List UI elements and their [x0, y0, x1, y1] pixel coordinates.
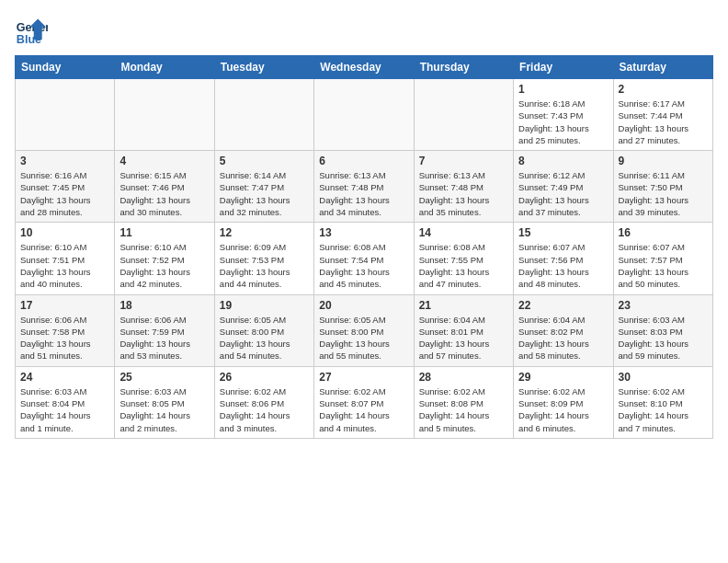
day-number: 12: [220, 226, 309, 239]
calendar-cell: 28Sunrise: 6:02 AM Sunset: 8:08 PM Dayli…: [414, 366, 513, 438]
calendar-cell: 3Sunrise: 6:16 AM Sunset: 7:45 PM Daylig…: [16, 151, 115, 223]
cell-info: Sunrise: 6:13 AM Sunset: 7:48 PM Dayligh…: [319, 169, 408, 218]
calendar-cell: [414, 79, 513, 151]
day-number: 24: [20, 371, 109, 384]
cell-info: Sunrise: 6:13 AM Sunset: 7:48 PM Dayligh…: [419, 169, 508, 218]
day-number: 9: [619, 155, 708, 167]
weekday-header: Friday: [514, 56, 613, 79]
calendar-cell: 20Sunrise: 6:05 AM Sunset: 8:00 PM Dayli…: [314, 294, 414, 366]
cell-info: Sunrise: 6:06 AM Sunset: 7:59 PM Dayligh…: [119, 314, 209, 362]
calendar-cell: 9Sunrise: 6:11 AM Sunset: 7:50 PM Daylig…: [613, 151, 712, 223]
cell-info: Sunrise: 6:03 AM Sunset: 8:05 PM Dayligh…: [119, 385, 209, 434]
calendar-cell: 24Sunrise: 6:03 AM Sunset: 8:04 PM Dayli…: [16, 366, 115, 438]
calendar-cell: 15Sunrise: 6:07 AM Sunset: 7:56 PM Dayli…: [514, 223, 613, 294]
day-number: 4: [119, 155, 209, 167]
day-number: 15: [518, 226, 608, 239]
cell-info: Sunrise: 6:02 AM Sunset: 8:08 PM Dayligh…: [419, 385, 508, 434]
day-number: 2: [619, 83, 708, 96]
day-number: 11: [119, 226, 209, 239]
calendar-cell: 22Sunrise: 6:04 AM Sunset: 8:02 PM Dayli…: [514, 294, 613, 366]
page-header: General Blue: [15, 15, 713, 48]
calendar-cell: [314, 79, 414, 151]
calendar-table: SundayMondayTuesdayWednesdayThursdayFrid…: [15, 55, 713, 439]
cell-info: Sunrise: 6:14 AM Sunset: 7:47 PM Dayligh…: [220, 169, 309, 218]
calendar-cell: 5Sunrise: 6:14 AM Sunset: 7:47 PM Daylig…: [214, 151, 313, 223]
calendar-cell: 8Sunrise: 6:12 AM Sunset: 7:49 PM Daylig…: [514, 151, 613, 223]
cell-info: Sunrise: 6:11 AM Sunset: 7:50 PM Dayligh…: [619, 169, 708, 218]
day-number: 10: [20, 226, 109, 239]
week-row: 3Sunrise: 6:16 AM Sunset: 7:45 PM Daylig…: [16, 151, 713, 223]
cell-info: Sunrise: 6:10 AM Sunset: 7:52 PM Dayligh…: [119, 241, 209, 290]
calendar-cell: 2Sunrise: 6:17 AM Sunset: 7:44 PM Daylig…: [613, 79, 712, 151]
week-row: 24Sunrise: 6:03 AM Sunset: 8:04 PM Dayli…: [16, 366, 713, 438]
calendar-cell: 30Sunrise: 6:02 AM Sunset: 8:10 PM Dayli…: [613, 366, 712, 438]
calendar-cell: 21Sunrise: 6:04 AM Sunset: 8:01 PM Dayli…: [414, 294, 513, 366]
day-number: 22: [518, 299, 608, 312]
calendar-header-row: SundayMondayTuesdayWednesdayThursdayFrid…: [16, 56, 713, 79]
day-number: 20: [319, 299, 408, 312]
calendar-cell: [214, 79, 313, 151]
cell-info: Sunrise: 6:06 AM Sunset: 7:58 PM Dayligh…: [20, 314, 109, 362]
day-number: 30: [619, 371, 708, 384]
cell-info: Sunrise: 6:08 AM Sunset: 7:55 PM Dayligh…: [419, 241, 508, 290]
calendar-cell: 6Sunrise: 6:13 AM Sunset: 7:48 PM Daylig…: [314, 151, 414, 223]
cell-info: Sunrise: 6:09 AM Sunset: 7:53 PM Dayligh…: [220, 241, 309, 290]
day-number: 7: [419, 155, 508, 167]
day-number: 25: [119, 371, 209, 384]
logo-icon: General Blue: [15, 15, 48, 48]
calendar-cell: 7Sunrise: 6:13 AM Sunset: 7:48 PM Daylig…: [414, 151, 513, 223]
day-number: 26: [220, 371, 309, 384]
weekday-header: Saturday: [613, 56, 712, 79]
calendar-cell: 23Sunrise: 6:03 AM Sunset: 8:03 PM Dayli…: [613, 294, 712, 366]
calendar-cell: 10Sunrise: 6:10 AM Sunset: 7:51 PM Dayli…: [16, 223, 115, 294]
cell-info: Sunrise: 6:02 AM Sunset: 8:07 PM Dayligh…: [319, 385, 408, 434]
cell-info: Sunrise: 6:12 AM Sunset: 7:49 PM Dayligh…: [518, 169, 608, 218]
calendar-cell: 12Sunrise: 6:09 AM Sunset: 7:53 PM Dayli…: [214, 223, 313, 294]
calendar-cell: 17Sunrise: 6:06 AM Sunset: 7:58 PM Dayli…: [16, 294, 115, 366]
day-number: 29: [518, 371, 608, 384]
weekday-header: Thursday: [414, 56, 513, 79]
weekday-header: Monday: [115, 56, 214, 79]
calendar-cell: 18Sunrise: 6:06 AM Sunset: 7:59 PM Dayli…: [115, 294, 214, 366]
cell-info: Sunrise: 6:02 AM Sunset: 8:10 PM Dayligh…: [619, 385, 708, 434]
calendar-cell: 14Sunrise: 6:08 AM Sunset: 7:55 PM Dayli…: [414, 223, 513, 294]
cell-info: Sunrise: 6:04 AM Sunset: 8:01 PM Dayligh…: [419, 314, 508, 362]
day-number: 18: [119, 299, 209, 312]
week-row: 10Sunrise: 6:10 AM Sunset: 7:51 PM Dayli…: [16, 223, 713, 294]
day-number: 8: [518, 155, 608, 167]
cell-info: Sunrise: 6:08 AM Sunset: 7:54 PM Dayligh…: [319, 241, 408, 290]
weekday-header: Tuesday: [214, 56, 313, 79]
week-row: 17Sunrise: 6:06 AM Sunset: 7:58 PM Dayli…: [16, 294, 713, 366]
day-number: 19: [220, 299, 309, 312]
calendar-cell: 26Sunrise: 6:02 AM Sunset: 8:06 PM Dayli…: [214, 366, 313, 438]
cell-info: Sunrise: 6:04 AM Sunset: 8:02 PM Dayligh…: [518, 314, 608, 362]
calendar-cell: 4Sunrise: 6:15 AM Sunset: 7:46 PM Daylig…: [115, 151, 214, 223]
calendar-cell: 11Sunrise: 6:10 AM Sunset: 7:52 PM Dayli…: [115, 223, 214, 294]
cell-info: Sunrise: 6:03 AM Sunset: 8:04 PM Dayligh…: [20, 385, 109, 434]
day-number: 28: [419, 371, 508, 384]
day-number: 14: [419, 226, 508, 239]
day-number: 13: [319, 226, 408, 239]
calendar-cell: 1Sunrise: 6:18 AM Sunset: 7:43 PM Daylig…: [514, 79, 613, 151]
day-number: 1: [518, 83, 608, 96]
calendar-cell: [115, 79, 214, 151]
day-number: 16: [619, 226, 708, 239]
day-number: 3: [20, 155, 109, 167]
calendar-cell: 29Sunrise: 6:02 AM Sunset: 8:09 PM Dayli…: [514, 366, 613, 438]
calendar-cell: 16Sunrise: 6:07 AM Sunset: 7:57 PM Dayli…: [613, 223, 712, 294]
weekday-header: Sunday: [16, 56, 115, 79]
weekday-header: Wednesday: [314, 56, 414, 79]
calendar-cell: 13Sunrise: 6:08 AM Sunset: 7:54 PM Dayli…: [314, 223, 414, 294]
cell-info: Sunrise: 6:02 AM Sunset: 8:09 PM Dayligh…: [518, 385, 608, 434]
calendar-cell: 27Sunrise: 6:02 AM Sunset: 8:07 PM Dayli…: [314, 366, 414, 438]
cell-info: Sunrise: 6:17 AM Sunset: 7:44 PM Dayligh…: [619, 98, 708, 146]
day-number: 6: [319, 155, 408, 167]
cell-info: Sunrise: 6:02 AM Sunset: 8:06 PM Dayligh…: [220, 385, 309, 434]
cell-info: Sunrise: 6:15 AM Sunset: 7:46 PM Dayligh…: [119, 169, 209, 218]
day-number: 21: [419, 299, 508, 312]
day-number: 27: [319, 371, 408, 384]
calendar-cell: 19Sunrise: 6:05 AM Sunset: 8:00 PM Dayli…: [214, 294, 313, 366]
logo: General Blue: [15, 15, 53, 48]
calendar-cell: 25Sunrise: 6:03 AM Sunset: 8:05 PM Dayli…: [115, 366, 214, 438]
cell-info: Sunrise: 6:07 AM Sunset: 7:57 PM Dayligh…: [619, 241, 708, 290]
